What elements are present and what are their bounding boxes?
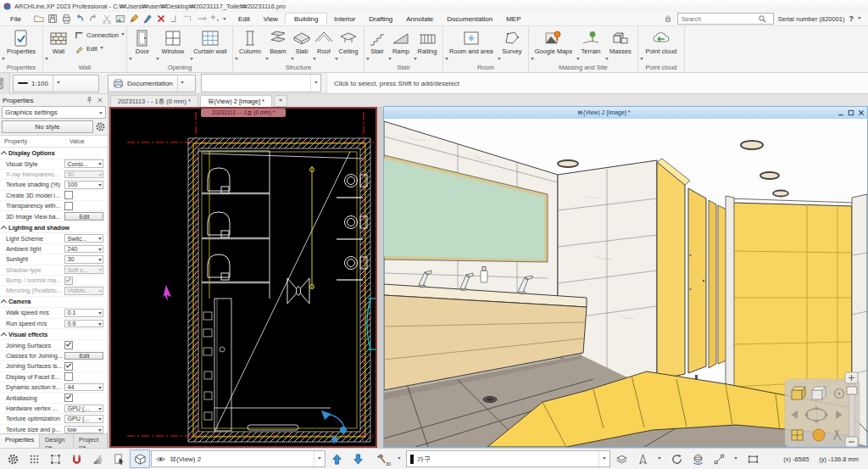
minimize-icon[interactable] xyxy=(837,109,845,117)
menu-mep[interactable]: MEP xyxy=(499,14,527,25)
create-3d-model-checkbox[interactable] xyxy=(64,191,73,199)
ramp-button[interactable]: Ramp xyxy=(388,27,414,62)
north-dropdown-icon[interactable] xyxy=(654,449,665,468)
menu-edit[interactable]: Edit xyxy=(231,14,257,25)
section-lighting[interactable]: Lighting and shadow xyxy=(0,222,108,234)
north-arrow-icon[interactable] xyxy=(632,449,653,468)
facet-edges-checkbox[interactable] xyxy=(64,372,73,381)
ambient-light-select[interactable]: 240 xyxy=(64,245,103,254)
redo-icon[interactable] xyxy=(87,13,99,25)
scale-select[interactable]: 1:100 xyxy=(13,75,99,92)
menu-interior[interactable]: Interior xyxy=(327,14,362,25)
slider-handle[interactable] xyxy=(847,387,857,394)
window-titlebar-3d[interactable]: 뷰(View) 2 [Image] * xyxy=(384,107,867,119)
view-cube-icon[interactable] xyxy=(792,387,805,399)
tab-project-navigator[interactable]: Project na... xyxy=(74,434,108,448)
bounding-frame-icon[interactable] xyxy=(743,449,763,468)
rotate-view-icon[interactable] xyxy=(666,449,687,468)
cut-icon[interactable] xyxy=(101,13,113,25)
visual-style-select[interactable]: Consi... xyxy=(64,159,103,168)
style-combobox[interactable] xyxy=(201,74,321,92)
globe-rotate-icon[interactable] xyxy=(687,449,708,468)
search-box[interactable] xyxy=(677,13,774,25)
no-style-button[interactable]: No style xyxy=(2,120,93,133)
ceiling-button[interactable]: Ceiling xyxy=(335,27,362,62)
drawing-window-2d[interactable]: 20231113 - - 1층 (0 mm) * xyxy=(109,107,377,448)
light-scheme-select[interactable]: Switc... xyxy=(64,234,103,243)
pin-icon[interactable] xyxy=(85,96,94,105)
section-display-options[interactable]: Display Options xyxy=(0,148,108,159)
view-side-tab[interactable]: View xyxy=(0,73,10,94)
tracking-rays-icon[interactable] xyxy=(87,449,108,468)
pick-cursor-icon[interactable] xyxy=(108,449,129,468)
toolbar-overflow-icon[interactable] xyxy=(223,18,226,22)
survey-button[interactable]: Survey xyxy=(498,27,526,62)
column-button[interactable]: Column xyxy=(235,27,265,62)
build-height-icon[interactable]: 30 xyxy=(369,449,392,468)
view-window-3d[interactable]: 뷰(View) 2 [Image] * xyxy=(383,106,868,448)
texture-optimization-select[interactable]: GPU (... xyxy=(64,415,103,423)
texture-shading-select[interactable]: 100 xyxy=(64,181,103,189)
extend-tool-icon[interactable] xyxy=(196,13,208,25)
point-cloud-button[interactable]: Point cloud xyxy=(640,27,682,62)
menu-annotate[interactable]: Annotate xyxy=(399,14,440,25)
active-view-select[interactable]: 뷰(View) 2 xyxy=(151,450,326,467)
open-icon[interactable] xyxy=(33,13,45,25)
masses-button[interactable]: Masses xyxy=(605,27,636,62)
wire-cube-icon[interactable] xyxy=(812,387,826,399)
joining-surfaces-is-checkbox[interactable] xyxy=(64,362,73,371)
segment-dropdown-icon[interactable] xyxy=(730,449,742,468)
dynamic-section-select[interactable]: 44 xyxy=(64,383,103,392)
floor-plan-canvas[interactable] xyxy=(111,109,376,446)
move-up-level-icon[interactable] xyxy=(326,449,347,468)
section-visual-effects[interactable]: Visual effects xyxy=(0,329,108,341)
railing-button[interactable]: Railing xyxy=(414,27,441,62)
3d-image-view-edit-button[interactable]: Edit xyxy=(64,212,103,221)
print-icon[interactable] xyxy=(60,13,72,25)
search-icon[interactable] xyxy=(758,14,767,24)
menu-documentation[interactable]: Documentation xyxy=(440,14,499,25)
render-canvas-3d[interactable] xyxy=(384,119,867,447)
menu-building[interactable]: Building xyxy=(285,13,327,25)
paste-image-icon[interactable] xyxy=(114,13,126,25)
brush-icon[interactable] xyxy=(128,13,140,25)
properties-button[interactable]: Properties xyxy=(2,27,41,62)
menu-drafting[interactable]: Drafting xyxy=(362,14,399,25)
beam-button[interactable]: Beam xyxy=(265,27,291,62)
tile-view-icon[interactable] xyxy=(792,430,803,440)
run-speed-select[interactable]: 0.6 xyxy=(64,320,103,328)
tab-properties[interactable]: Properties xyxy=(0,434,40,448)
connection-button[interactable]: Connection xyxy=(75,31,125,40)
snap-magnet-icon[interactable] xyxy=(66,449,86,468)
segment-tool-icon[interactable] xyxy=(709,449,729,468)
help-icon[interactable]: ? xyxy=(849,14,854,23)
close-icon[interactable] xyxy=(857,109,865,117)
google-maps-button[interactable]: Google Maps xyxy=(531,27,576,62)
search-input[interactable] xyxy=(680,14,758,24)
joining-surfaces-checkbox[interactable] xyxy=(64,341,73,349)
save-icon[interactable] xyxy=(47,13,58,25)
antialiasing-checkbox[interactable] xyxy=(64,394,73,402)
trim-tool-icon[interactable] xyxy=(182,13,194,25)
walk-speed-select[interactable]: 0.1 xyxy=(64,309,103,317)
sunlight-select[interactable]: 30 xyxy=(64,255,103,264)
offset-tool-icon[interactable] xyxy=(169,13,181,25)
window-button[interactable]: Window xyxy=(156,27,190,62)
chevron-down-icon[interactable] xyxy=(858,17,861,21)
menu-file[interactable]: File xyxy=(3,14,28,25)
roof-button[interactable]: Roof xyxy=(313,27,335,62)
tab-view2-image[interactable]: 뷰(View) 2 [Image] * xyxy=(200,95,272,107)
slab-button[interactable]: Slab xyxy=(291,27,313,62)
edit-button[interactable]: Edit xyxy=(75,44,125,53)
build-height-dropdown-icon[interactable] xyxy=(393,449,405,468)
stair-button[interactable]: Stair xyxy=(366,27,388,62)
delete-icon[interactable] xyxy=(155,13,167,25)
tab-floorplan[interactable]: 20231113 - - 1층 (0 mm) * xyxy=(110,95,198,107)
door-button[interactable]: Door xyxy=(129,27,156,62)
terrain-button[interactable]: Terrain xyxy=(576,27,605,62)
transparency-checkbox[interactable] xyxy=(64,202,73,210)
layers-icon[interactable] xyxy=(611,449,632,468)
axonometry-icon[interactable] xyxy=(130,449,150,468)
selection-frame-icon[interactable] xyxy=(45,449,65,468)
close-icon[interactable] xyxy=(96,96,105,105)
